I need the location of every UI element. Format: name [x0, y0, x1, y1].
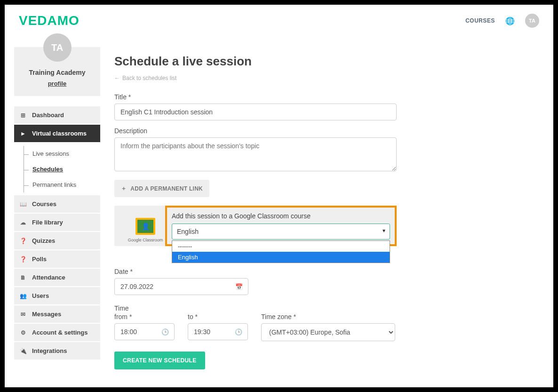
timezone-label: Time zone *	[261, 313, 395, 320]
gc-option-none[interactable]: -------	[172, 241, 390, 252]
org-name: Training Academy	[14, 69, 100, 76]
google-classroom-block: 👤 Google Classroom Add this session to a…	[114, 206, 397, 246]
sidebar-item-integrations[interactable]: 🔌 Integrations	[14, 342, 100, 360]
subnav-live-sessions[interactable]: Live sessions	[24, 146, 100, 161]
google-classroom-icon: 👤	[136, 218, 155, 235]
question-icon: ❓	[20, 238, 26, 244]
sidebar-item-attendance[interactable]: 🗎 Attendance	[14, 269, 100, 287]
sidebar-item-label: Integrations	[32, 347, 67, 354]
profile-box: TA Training Academy profile	[14, 47, 100, 96]
envelope-icon: ✉	[20, 311, 26, 318]
time-from-label: from *	[114, 313, 175, 320]
create-schedule-button[interactable]: CREATE NEW SCHEDULE	[114, 352, 205, 369]
gc-course-select[interactable]: English	[172, 224, 390, 240]
sidebar-item-polls[interactable]: ❓ Polls	[14, 250, 100, 269]
date-input[interactable]	[114, 278, 248, 295]
gc-icon-label: Google Classroom	[120, 238, 171, 242]
document-icon: 🗎	[20, 274, 26, 281]
sidebar-item-dashboard[interactable]: ⊞ Dashboard	[14, 106, 100, 125]
globe-icon[interactable]: 🌐	[505, 16, 515, 25]
sidebar-item-label: Polls	[32, 256, 47, 263]
title-label: Title *	[114, 93, 544, 101]
add-permanent-link-button[interactable]: ＋ ADD A PERMANENT LINK	[114, 180, 209, 197]
sidebar-item-label: Virtual classrooms	[32, 130, 87, 137]
sidebar-item-label: Messages	[32, 311, 61, 318]
users-icon: 👥	[20, 293, 26, 299]
date-label: Date *	[114, 268, 544, 275]
time-heading: Time	[114, 304, 248, 312]
gc-course-dropdown: ------- English	[172, 240, 390, 263]
sidebar-item-file-library[interactable]: ☁ File library	[14, 214, 100, 232]
title-input[interactable]	[114, 104, 397, 120]
timezone-select[interactable]: (GMT+03:00) Europe, Sofia	[261, 323, 395, 341]
sidebar-item-account-settings[interactable]: ⚙ Account & settings	[14, 324, 100, 342]
avatar[interactable]: TA	[525, 14, 539, 28]
sidebar-nav: ⊞ Dashboard ► Virtual classrooms Live se…	[14, 106, 100, 360]
sidebar-item-label: Attendance	[32, 274, 65, 281]
plus-icon: ＋	[121, 184, 127, 192]
sidebar-item-label: File library	[32, 219, 63, 226]
description-label: Description	[114, 127, 544, 135]
sidebar-item-label: Account & settings	[32, 329, 88, 336]
time-to-label: to *	[188, 313, 248, 320]
sidebar-item-courses[interactable]: 📖 Courses	[14, 195, 100, 214]
sidebar-item-label: Dashboard	[32, 112, 64, 119]
arrow-left-icon: ←	[114, 75, 120, 81]
profile-link[interactable]: profile	[48, 80, 67, 87]
time-from-input[interactable]	[114, 323, 175, 340]
dashboard-icon: ⊞	[20, 112, 26, 119]
sidebar-item-label: Courses	[32, 200, 56, 208]
back-link-label: Back to schedules list	[122, 75, 176, 81]
time-to-input[interactable]	[188, 323, 248, 340]
sidebar-item-quizzes[interactable]: ❓ Quizzes	[14, 232, 100, 250]
cloud-icon: ☁	[20, 219, 26, 226]
back-link[interactable]: ← Back to schedules list	[114, 75, 176, 81]
brand-logo[interactable]: VEDAMO	[19, 13, 80, 28]
page-title: Schedule a live session	[114, 54, 544, 69]
perm-link-label: ADD A PERMANENT LINK	[130, 185, 203, 192]
sidebar-item-label: Users	[32, 292, 49, 299]
avatar-large: TA	[43, 33, 72, 62]
play-icon: ►	[20, 130, 26, 137]
description-textarea[interactable]	[114, 137, 397, 171]
sidebar-item-users[interactable]: 👥 Users	[14, 287, 100, 305]
subnav-permanent-links[interactable]: Permanent links	[24, 177, 100, 192]
sidebar-item-virtual-classrooms[interactable]: ► Virtual classrooms	[14, 125, 100, 143]
subnav-schedules[interactable]: Schedules	[24, 161, 100, 177]
sidebar-item-messages[interactable]: ✉ Messages	[14, 305, 100, 324]
gc-title: Add this session to a Google Classroom c…	[172, 212, 390, 220]
plug-icon: 🔌	[20, 348, 26, 354]
sidebar-item-label: Quizzes	[32, 237, 55, 244]
gc-option-english[interactable]: English	[172, 252, 390, 263]
question-icon: ❓	[20, 256, 26, 263]
book-icon: 📖	[20, 201, 26, 208]
google-classroom-badge: 👤 Google Classroom	[120, 209, 171, 242]
topnav-courses-link[interactable]: COURSES	[465, 17, 495, 24]
gear-icon: ⚙	[20, 329, 26, 336]
